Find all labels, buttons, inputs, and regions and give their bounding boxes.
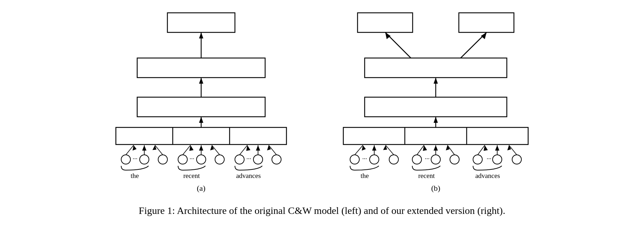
svg-marker-75 — [422, 145, 427, 151]
svg-rect-52 — [365, 58, 507, 78]
svg-point-82 — [493, 155, 502, 164]
diagram-b-svg: ··· ··· ··· — [329, 6, 542, 199]
svg-marker-87 — [495, 145, 499, 151]
svg-text:(b): (b) — [431, 184, 440, 193]
figures-container: ··· ··· ··· — [0, 0, 644, 199]
svg-marker-36 — [245, 145, 250, 151]
svg-text:advances: advances — [475, 172, 500, 179]
svg-text:···: ··· — [362, 155, 367, 162]
svg-marker-28 — [199, 145, 203, 151]
svg-rect-46 — [358, 13, 413, 32]
svg-text:···: ··· — [133, 155, 138, 162]
svg-line-74 — [417, 145, 424, 155]
svg-text:···: ··· — [425, 155, 430, 162]
svg-point-61 — [350, 155, 359, 164]
svg-text:the: the — [360, 172, 369, 179]
svg-line-35 — [240, 145, 247, 155]
svg-marker-2 — [199, 32, 203, 38]
svg-marker-18 — [142, 145, 146, 151]
svg-marker-67 — [372, 145, 376, 151]
svg-text:···: ··· — [487, 155, 492, 162]
svg-line-68 — [386, 145, 394, 155]
svg-line-39 — [269, 145, 277, 155]
svg-point-83 — [512, 155, 521, 164]
svg-text:···: ··· — [189, 155, 194, 162]
svg-text:recent: recent — [418, 172, 435, 179]
svg-marker-77 — [434, 145, 438, 151]
svg-rect-9 — [116, 127, 286, 145]
svg-point-14 — [158, 155, 167, 164]
svg-rect-3 — [137, 58, 265, 78]
svg-point-24 — [215, 155, 224, 164]
svg-line-15 — [126, 145, 134, 155]
svg-marker-20 — [152, 145, 158, 151]
svg-text:(a): (a) — [197, 184, 205, 193]
svg-marker-51 — [481, 32, 487, 39]
diagram-a: ··· ··· ··· — [102, 6, 301, 199]
svg-point-33 — [253, 155, 263, 164]
svg-line-78 — [447, 145, 455, 155]
svg-point-32 — [235, 155, 244, 164]
svg-point-73 — [450, 155, 459, 164]
svg-point-34 — [272, 155, 281, 164]
svg-point-13 — [140, 155, 149, 164]
svg-marker-26 — [188, 145, 193, 151]
figure-caption: Figure 1: Architecture of the original C… — [117, 205, 526, 216]
diagram-a-svg: ··· ··· ··· — [102, 6, 301, 199]
svg-marker-57 — [434, 117, 438, 123]
svg-marker-69 — [383, 145, 388, 151]
svg-marker-85 — [483, 145, 488, 151]
svg-line-88 — [509, 145, 517, 155]
svg-point-22 — [178, 155, 187, 164]
svg-point-63 — [389, 155, 398, 164]
diagram-b: ··· ··· ··· — [329, 6, 542, 199]
svg-point-81 — [473, 155, 482, 164]
svg-line-64 — [355, 145, 363, 155]
svg-line-19 — [155, 145, 163, 155]
svg-text:recent: recent — [183, 172, 200, 179]
svg-rect-58 — [343, 127, 528, 145]
svg-marker-8 — [199, 117, 203, 123]
svg-point-71 — [412, 155, 422, 164]
svg-marker-38 — [256, 145, 260, 151]
svg-text:···: ··· — [246, 155, 251, 162]
svg-marker-54 — [434, 78, 438, 84]
svg-rect-0 — [167, 13, 235, 32]
svg-marker-5 — [199, 78, 203, 84]
svg-rect-55 — [365, 97, 507, 117]
svg-rect-6 — [137, 97, 265, 117]
svg-text:advances: advances — [236, 172, 261, 179]
svg-rect-47 — [459, 13, 514, 32]
svg-point-23 — [197, 155, 206, 164]
svg-point-72 — [431, 155, 440, 164]
svg-line-84 — [478, 145, 485, 155]
svg-text:the: the — [130, 172, 139, 179]
svg-line-29 — [212, 145, 220, 155]
svg-point-12 — [121, 155, 130, 164]
svg-line-25 — [183, 145, 190, 155]
svg-point-62 — [370, 155, 379, 164]
svg-marker-49 — [385, 32, 391, 39]
